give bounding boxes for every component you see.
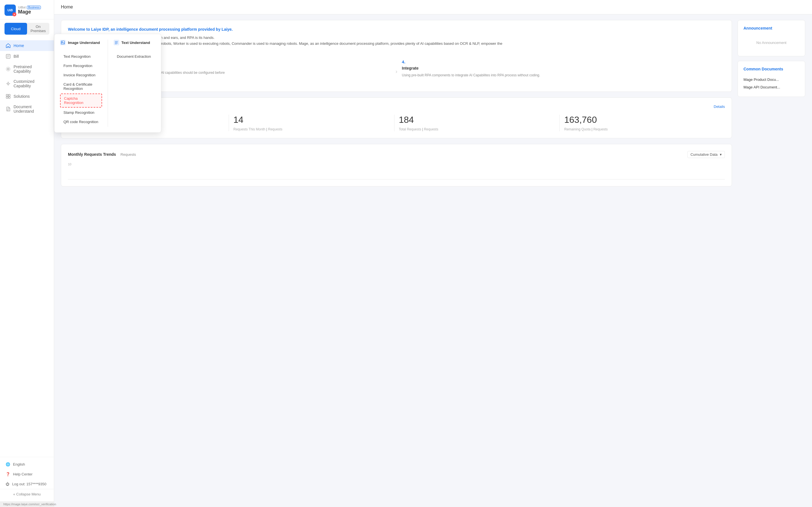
logout-icon: ⏻: [6, 482, 9, 486]
globe-icon: 🌐: [6, 462, 10, 466]
stat-total-label: Total Requests | Requests: [399, 127, 555, 131]
trends-chart: 10: [68, 163, 725, 179]
help-label: Help Center: [13, 472, 33, 476]
sidebar-item-home-label: Home: [13, 43, 24, 48]
sidebar-item-pretrained-label: Pretrained Capability: [13, 64, 48, 73]
sidebar-item-pretrained[interactable]: Pretrained Capability: [0, 62, 54, 76]
stats-details-link[interactable]: Details: [714, 105, 725, 109]
trends-header: Monthly Requests Trends Requests Cumulat…: [68, 151, 725, 158]
trends-title: Monthly Requests Trends: [68, 152, 116, 157]
language-selector[interactable]: 🌐 English: [0, 459, 54, 469]
sidebar-item-customized-label: Customized Capability: [13, 79, 48, 88]
sidebar-item-bill-label: Bill: [13, 54, 19, 59]
image-understand-col: Image Understand Text Recognition Form R…: [54, 40, 108, 127]
collapse-label: Collapse Menu: [16, 492, 41, 496]
sub-brand-label: Mage: [18, 9, 41, 15]
logout-label: Log out: 157****9350: [12, 482, 46, 486]
text-understand-label: Text Understand: [121, 41, 150, 45]
form-recognition-item[interactable]: Form Recognition: [60, 61, 102, 70]
cloud-button[interactable]: Cloud: [4, 23, 27, 35]
announcement-card: Announcement No Announcement: [738, 20, 805, 56]
sidebar-item-solutions-label: Solutions: [13, 94, 30, 99]
status-bar: https://mage.laiye.com/ocr_verification: [0, 501, 54, 507]
page-title: Home: [61, 4, 73, 9]
sidebar-nav: Home Bill Pretrained Capability: [0, 38, 54, 457]
captcha-recognition-item[interactable]: Captcha Recognition: [60, 94, 102, 108]
svg-point-1: [7, 68, 9, 70]
stat-month-label: Requests This Month | Requests: [234, 127, 390, 131]
main-section: Welcome to Laiye IDP, an intelligence do…: [61, 20, 732, 501]
svg-point-3: [7, 83, 9, 84]
sidebar-item-home[interactable]: Home: [0, 40, 54, 51]
step-4-title: Integrate: [402, 66, 720, 70]
solutions-icon: [6, 94, 11, 99]
y-axis-label: 10: [68, 163, 71, 166]
chevron-down-icon: ▾: [720, 152, 722, 157]
svg-rect-4: [6, 94, 8, 96]
doc-link-0[interactable]: Mage Product Docu...: [744, 76, 799, 83]
text-understand-col: Text Understand Document Extraction: [108, 40, 161, 127]
step-4-desc: Using pre-built RPA components to integr…: [402, 73, 720, 78]
customized-icon: [6, 81, 11, 86]
stats-card: Overview of Requests Statistics Details …: [61, 98, 732, 138]
language-label: English: [13, 462, 25, 466]
logo-text: UiBot Business Mage: [18, 6, 41, 15]
image-understand-header: Image Understand: [60, 40, 102, 48]
text-col-icon: [114, 40, 119, 45]
status-url: https://mage.laiye.com/ocr_verification: [3, 503, 56, 506]
logo-area: UiB + UiBot Business Mage: [0, 0, 54, 19]
stats-grid: 5 Requests Today | Requests 14 Requests …: [68, 115, 725, 131]
qr-code-item[interactable]: QR code Recognition: [60, 117, 102, 126]
trends-card: Monthly Requests Trends Requests Cumulat…: [61, 144, 732, 186]
brand-label: UiBot: [18, 6, 26, 9]
bill-icon: [6, 54, 11, 59]
doc-link-1[interactable]: Mage API Document...: [744, 83, 799, 91]
svg-rect-7: [8, 97, 10, 98]
announcement-title: Announcement: [744, 26, 799, 31]
image-col-icon: [60, 40, 66, 45]
svg-point-2: [6, 67, 10, 71]
cumulative-selector[interactable]: Cumulative Data ▾: [688, 151, 725, 158]
collapse-menu-button[interactable]: « Collapse Menu: [0, 489, 54, 499]
no-announcement-text: No Announcement: [744, 35, 799, 50]
on-premises-button[interactable]: On Premises: [27, 23, 50, 35]
sidebar-item-customized[interactable]: Customized Capability: [0, 76, 54, 91]
sidebar-bottom: 🌐 English ❓ Help Center ⏻ Log out: 157**…: [0, 457, 54, 501]
sidebar-item-bill[interactable]: Bill: [0, 51, 54, 62]
help-center-link[interactable]: ❓ Help Center: [0, 469, 54, 479]
logout-button[interactable]: ⏻ Log out: 157****9350: [0, 479, 54, 489]
invoice-recognition-item[interactable]: Invoice Recognition: [60, 71, 102, 79]
welcome-body: For RPA robot, if AI is its brain, cogni…: [68, 35, 725, 47]
sidebar-item-document[interactable]: Document Understand: [0, 102, 54, 116]
svg-rect-6: [6, 97, 8, 98]
text-understand-header: Text Understand: [114, 40, 156, 48]
sidebar-item-document-label: Document Understand: [13, 105, 48, 114]
right-panel: Announcement No Announcement Common Docu…: [738, 20, 805, 501]
steps-area: 3. Configure Model Pretrained AI capabil…: [68, 52, 725, 85]
text-recognition-item[interactable]: Text Recognition: [60, 52, 102, 61]
stat-quota-label: Remaining Quota | Requests: [564, 127, 720, 131]
home-icon: [6, 43, 11, 48]
doc-extraction-item[interactable]: Document Extraction: [114, 52, 156, 61]
stat-quota: 163,760 Remaining Quota | Requests: [560, 115, 725, 131]
svg-rect-5: [8, 94, 10, 96]
docs-card: Common Documents Mage Product Docu... Ma…: [738, 61, 805, 97]
collapse-icon: «: [13, 492, 15, 496]
step-4-wrapper: 4. Integrate Using pre-built RPA compone…: [397, 52, 725, 85]
sidebar-item-solutions[interactable]: Solutions: [0, 91, 54, 102]
logo-icon: UiB +: [4, 4, 16, 16]
business-badge: Business: [27, 6, 41, 9]
stamp-recognition-item[interactable]: Stamp Recognition: [60, 108, 102, 117]
card-cert-item[interactable]: Card & Certificate Recognition: [60, 80, 102, 93]
sidebar: UiB + UiBot Business Mage Cloud On Premi…: [0, 0, 54, 507]
cloud-toggle: Cloud On Premises: [4, 23, 49, 35]
trends-sub: Requests: [120, 152, 136, 157]
step-arrow: ›: [396, 52, 398, 85]
stat-quota-num: 163,760: [564, 115, 720, 125]
dropdown-cols: Image Understand Text Recognition Form R…: [54, 40, 161, 127]
svg-rect-8: [61, 41, 64, 44]
step-4-num: 4.: [402, 59, 720, 64]
pretrained-icon: [6, 66, 11, 71]
stat-total-num: 184: [399, 115, 555, 125]
svg-point-9: [62, 41, 63, 42]
